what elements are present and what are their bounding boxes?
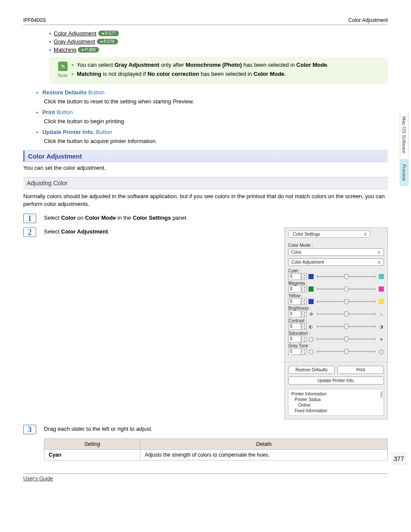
update-printer-info-button[interactable]: Update Printer Info.	[288, 376, 384, 385]
slider-thumb[interactable]	[344, 299, 349, 304]
color-mode-select[interactable]: Color⇕	[288, 249, 384, 256]
slider-left-icon: ◯	[308, 349, 314, 354]
slider-left-icon: ✻	[308, 311, 314, 317]
color-adjustment-select[interactable]: Color Adjustment⇕	[288, 258, 384, 266]
slider-track[interactable]	[317, 276, 375, 277]
stepper[interactable]: ▴▾	[302, 273, 307, 280]
subheading: Adjusting Color	[23, 177, 388, 189]
info-online: Online	[298, 402, 381, 408]
header-model: iPF6400S	[23, 17, 46, 23]
link-gray-adjustment[interactable]: Gray Adjustment	[54, 38, 95, 45]
panel-tab-select[interactable]: Color Settings⇕	[288, 230, 370, 238]
slider-value-input[interactable]: 0	[288, 273, 301, 280]
bullet-icon: •	[36, 109, 38, 115]
slider-track[interactable]	[317, 339, 375, 339]
slider-track[interactable]	[317, 289, 375, 289]
chevron-updown-icon: ⇕	[377, 260, 381, 264]
slider-thumb[interactable]	[344, 324, 349, 329]
table-header-details: Details	[140, 439, 388, 450]
stepper[interactable]: ▴▾	[302, 298, 307, 305]
step-text: Drag each slider to the left or right to…	[44, 425, 153, 434]
note-label: Note	[58, 73, 68, 78]
restore-defaults-button[interactable]: Restore Defaults	[288, 366, 335, 374]
slider-value-input[interactable]: 0	[288, 298, 301, 305]
slider-value-input[interactable]: 0	[288, 311, 301, 317]
slider-label: Cyan :	[288, 268, 384, 273]
bullet-icon: •	[36, 129, 38, 135]
slider-value-input[interactable]: 0	[288, 323, 301, 330]
bullet-icon: •	[49, 47, 51, 53]
page-ref-pill[interactable]: ➔P.377	[98, 31, 119, 36]
slider-value-input[interactable]: 0	[288, 286, 301, 292]
chevron-down-icon: ▾	[302, 352, 306, 355]
page-ref-pill[interactable]: ➔P.379	[97, 39, 118, 44]
table-cell-setting: Cyan	[44, 450, 140, 460]
slider-track[interactable]	[317, 351, 375, 352]
color-mode-label: Color Mode :	[288, 243, 384, 248]
slider-thumb[interactable]	[344, 311, 349, 317]
subsection-title: Update Printer Info. Button	[42, 129, 112, 135]
slider-value-input[interactable]: 0	[288, 336, 301, 342]
color-swatch-icon	[308, 274, 314, 279]
stepper[interactable]: ▴▾	[302, 348, 307, 355]
stepper[interactable]: ▴▾	[302, 286, 307, 292]
subsection-update: • Update Printer Info. Button	[36, 129, 388, 135]
slider-track[interactable]	[317, 326, 375, 327]
slider-right-icon: ●	[379, 336, 384, 342]
slider-label: Gray Tone :	[288, 343, 384, 348]
footer: User's Guide	[23, 473, 388, 482]
chevron-updown-icon: ⇕	[377, 250, 381, 255]
slider-label: Contrast :	[288, 318, 384, 323]
step-1: 1 Select Color on Color Mode in the Colo…	[23, 214, 388, 223]
chevron-up-icon: ▴	[302, 348, 306, 352]
step-number: 2	[23, 227, 36, 237]
print-button[interactable]: Print	[337, 366, 384, 374]
footer-guide-link[interactable]: User's Guide	[23, 476, 53, 482]
stepper[interactable]: ▴▾	[302, 323, 307, 330]
slider-right-icon: ☼	[379, 311, 384, 317]
table-cell-details: Adjusts the strength of colors to compen…	[140, 450, 388, 460]
chevron-down-icon: ▾	[302, 277, 306, 280]
link-row: • Gray Adjustment ➔P.379	[49, 38, 388, 45]
chevron-up-icon: ▴	[302, 299, 306, 302]
section-desc: You can set the color adjustment.	[23, 165, 388, 171]
slider-track[interactable]	[317, 314, 375, 314]
bullet-icon: •	[49, 38, 51, 45]
step-text: Select Color Adjustment.	[44, 227, 109, 235]
slider-left-icon: ◯	[308, 336, 314, 342]
stepper[interactable]: ▴▾	[302, 311, 307, 317]
section-title-link[interactable]: Color Adjustment	[28, 152, 82, 160]
stepper[interactable]: ▴▾	[302, 336, 307, 342]
subsection-title: Print Button	[42, 109, 73, 115]
top-link-list: • Color Adjustment ➔P.377 • Gray Adjustm…	[49, 30, 388, 53]
arrow-icon: ➔	[100, 39, 103, 44]
slider-thumb[interactable]	[344, 286, 349, 292]
slider-value-input[interactable]: 0	[288, 348, 301, 355]
slider-label: Brightness :	[288, 306, 384, 311]
chevron-down-icon: ▾	[302, 314, 306, 317]
side-tab-preview[interactable]: Preview	[400, 159, 408, 186]
side-tab-software[interactable]: Mac OS Software	[400, 112, 408, 158]
header-topic: Color Adjustment	[349, 17, 388, 23]
page-number: 377	[391, 452, 407, 465]
settings-table: Setting Details Cyan Adjusts the strengt…	[44, 439, 388, 460]
slider-thumb[interactable]	[344, 274, 349, 279]
adjusting-para: Normally colors should be adjusted in th…	[23, 193, 388, 208]
chevron-up-icon: ▴	[302, 311, 306, 314]
link-color-adjustment[interactable]: Color Adjustment	[54, 30, 97, 37]
chevron-up-icon: ▴	[302, 286, 306, 289]
bullet-icon: •	[49, 30, 51, 37]
slider-track[interactable]	[317, 301, 375, 302]
slider-label: Yellow :	[288, 293, 384, 298]
chevron-down-icon: ▾	[302, 289, 306, 292]
slider-left-icon: ◐	[308, 324, 314, 329]
page-ref-pill[interactable]: ➔P.380	[78, 47, 99, 53]
slider-right-icon: ◑	[379, 324, 384, 329]
slider-thumb[interactable]	[344, 349, 349, 354]
link-matching[interactable]: Matching	[54, 47, 77, 53]
scrollbar[interactable]	[380, 391, 383, 398]
slider-thumb[interactable]	[344, 336, 349, 342]
subsection-print: • Print Button	[36, 109, 388, 115]
note-line: • Matching is not displayed if No color …	[72, 71, 383, 77]
subsection-desc: Click the button to begin printing.	[44, 118, 388, 124]
